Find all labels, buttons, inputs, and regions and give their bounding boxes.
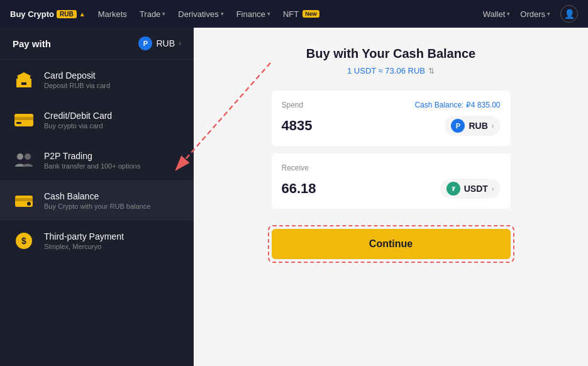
card-deposit-title: Card Deposit bbox=[44, 70, 110, 80]
cash-balance-icon bbox=[13, 189, 35, 212]
navbar: Buy Crypto RUB ▲ Markets Trade ▾ Derivat… bbox=[0, 0, 588, 28]
svg-rect-3 bbox=[21, 82, 26, 85]
third-party-title: Third-party Payment bbox=[44, 231, 124, 241]
credit-card-title: Credit/Debit Card bbox=[44, 111, 112, 121]
spend-currency-selector[interactable]: P RUB › bbox=[445, 116, 500, 136]
svg-rect-5 bbox=[14, 117, 33, 120]
swap-icon: ⇅ bbox=[428, 67, 435, 75]
credit-card-icon bbox=[13, 109, 35, 131]
svg-text:₮: ₮ bbox=[452, 186, 456, 192]
sidebar: Pay with P RUB › Card Deposit Deposit RU… bbox=[0, 28, 194, 366]
panel-title: Buy with Your Cash Balance bbox=[306, 47, 475, 61]
rub-badge: RUB bbox=[57, 10, 77, 18]
receive-currency-selector[interactable]: ₮ USDT › bbox=[440, 179, 501, 199]
spend-value-row: 4835 P RUB › bbox=[282, 116, 501, 136]
nft-nav[interactable]: NFT New bbox=[283, 9, 319, 19]
svg-rect-1 bbox=[18, 76, 30, 79]
bank-icon bbox=[13, 69, 35, 91]
spend-currency-chevron: › bbox=[492, 122, 494, 130]
card-deposit-subtitle: Deposit RUB via card bbox=[44, 82, 110, 89]
finance-nav[interactable]: Finance ▾ bbox=[236, 9, 270, 19]
pay-with-header: Pay with P RUB › bbox=[0, 28, 194, 60]
receive-currency-text: USDT bbox=[464, 184, 488, 194]
receive-card: Receive 66.18 ₮ USDT › bbox=[272, 153, 511, 209]
credit-card-subtitle: Buy crypto via card bbox=[44, 122, 112, 130]
svg-point-8 bbox=[25, 153, 31, 160]
p2p-icon bbox=[13, 149, 35, 172]
spend-card: Spend Cash Balance: ₽4 835.00 4835 P RUB… bbox=[272, 91, 511, 146]
orders-chevron: ▾ bbox=[547, 11, 550, 17]
main-content: Pay with P RUB › Card Deposit Deposit RU… bbox=[0, 28, 588, 366]
main-panel: Buy with Your Cash Balance 1 USDT ≈ 73.0… bbox=[194, 28, 588, 366]
svg-rect-6 bbox=[16, 122, 21, 124]
pay-with-label: Pay with bbox=[13, 38, 51, 49]
third-party-text: Third-party Payment Simplex, Mercuryo bbox=[44, 231, 124, 250]
exchange-rate: 1 USDT ≈ 73.06 RUB ⇅ bbox=[347, 66, 435, 75]
orders-nav[interactable]: Orders ▾ bbox=[520, 9, 550, 19]
sidebar-item-p2p[interactable]: P2P Trading Bank transfer and 100+ optio… bbox=[0, 140, 194, 180]
receive-value: 66.18 bbox=[282, 180, 316, 197]
svg-text:$: $ bbox=[21, 236, 26, 246]
buy-crypto-arrow: ▲ bbox=[79, 11, 86, 18]
spend-label: Spend bbox=[282, 101, 304, 109]
nft-badge: New bbox=[302, 10, 319, 18]
spend-label-row: Spend Cash Balance: ₽4 835.00 bbox=[282, 101, 501, 109]
cash-balance-subtitle: Buy Crypto with your RUB balance bbox=[44, 202, 150, 210]
currency-arrow: › bbox=[179, 39, 181, 48]
cash-balance-info: Cash Balance: ₽4 835.00 bbox=[414, 101, 500, 109]
trade-chevron: ▾ bbox=[162, 11, 165, 17]
nav-right: Wallet ▾ Orders ▾ 👤 bbox=[483, 5, 578, 23]
sidebar-item-cash-balance[interactable]: Cash Balance Buy Crypto with your RUB ba… bbox=[0, 180, 194, 221]
finance-chevron: ▾ bbox=[267, 11, 270, 17]
derivatives-nav[interactable]: Derivatives ▾ bbox=[178, 9, 223, 19]
sidebar-item-third-party[interactable]: $ Third-party Payment Simplex, Mercuryo bbox=[0, 221, 194, 261]
svg-point-7 bbox=[17, 153, 23, 160]
spend-currency-text: RUB bbox=[469, 121, 487, 131]
buy-crypto-label: Buy Crypto bbox=[10, 9, 54, 19]
p2p-text: P2P Trading Bank transfer and 100+ optio… bbox=[44, 151, 140, 170]
markets-nav[interactable]: Markets bbox=[98, 9, 127, 19]
derivatives-chevron: ▾ bbox=[221, 11, 224, 17]
cash-balance-title: Cash Balance bbox=[44, 191, 150, 201]
receive-currency-chevron: › bbox=[492, 185, 494, 192]
trade-nav[interactable]: Trade ▾ bbox=[140, 9, 165, 19]
sidebar-item-card-deposit[interactable]: Card Deposit Deposit RUB via card bbox=[0, 60, 194, 100]
rub-p-icon: P bbox=[451, 119, 465, 133]
card-deposit-text: Card Deposit Deposit RUB via card bbox=[44, 70, 110, 89]
wallet-chevron: ▾ bbox=[507, 11, 510, 17]
buy-crypto-nav[interactable]: Buy Crypto RUB ▲ bbox=[10, 9, 86, 19]
wallet-nav[interactable]: Wallet ▾ bbox=[483, 9, 511, 19]
currency-label: RUB bbox=[156, 38, 175, 48]
svg-rect-10 bbox=[15, 198, 33, 201]
receive-label: Receive bbox=[282, 164, 309, 172]
third-party-subtitle: Simplex, Mercuryo bbox=[44, 243, 124, 250]
svg-marker-2 bbox=[16, 72, 31, 76]
p2p-title: P2P Trading bbox=[44, 151, 140, 161]
continue-button[interactable]: Continue bbox=[272, 229, 511, 259]
continue-wrapper: Continue bbox=[272, 229, 511, 259]
receive-value-row: 66.18 ₮ USDT › bbox=[282, 179, 501, 199]
credit-card-text: Credit/Debit Card Buy crypto via card bbox=[44, 111, 112, 130]
cash-balance-text: Cash Balance Buy Crypto with your RUB ba… bbox=[44, 191, 150, 210]
receive-label-row: Receive bbox=[282, 164, 501, 172]
currency-selector-header[interactable]: P RUB › bbox=[138, 36, 181, 50]
third-party-icon: $ bbox=[13, 230, 35, 252]
user-icon[interactable]: 👤 bbox=[560, 5, 578, 23]
spend-value: 4835 bbox=[282, 118, 313, 134]
p2p-subtitle: Bank transfer and 100+ options bbox=[44, 162, 140, 170]
svg-point-11 bbox=[27, 202, 31, 206]
sidebar-item-credit-card[interactable]: Credit/Debit Card Buy crypto via card bbox=[0, 100, 194, 140]
p-icon: P bbox=[138, 36, 152, 50]
usdt-icon: ₮ bbox=[447, 182, 460, 196]
